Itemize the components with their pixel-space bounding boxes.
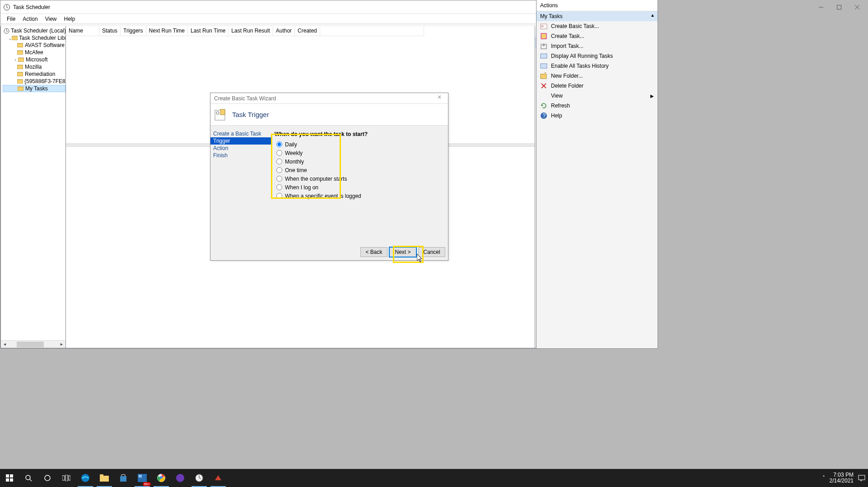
action-create-task[interactable]: Create Task... <box>537 31 658 41</box>
twist-icon[interactable]: › <box>13 57 18 62</box>
tree-item-avast[interactable]: AVAST Software <box>3 42 65 49</box>
action-view[interactable]: View▶ <box>537 91 658 101</box>
horizontal-scrollbar[interactable]: ◄ ► <box>1 340 65 348</box>
radio-one-time[interactable]: One time <box>275 166 448 174</box>
tray-expand-icon[interactable]: ˄ <box>822 475 825 481</box>
tree-item-remediation[interactable]: Remediation <box>3 70 65 78</box>
action-delete-folder[interactable]: Delete Folder <box>537 81 658 91</box>
action-label: Help <box>551 112 562 119</box>
menu-view[interactable]: View <box>42 15 61 23</box>
action-display-all-running-tasks[interactable]: Display All Running Tasks <box>537 51 658 61</box>
scroll-left-icon[interactable]: ◄ <box>1 342 9 347</box>
taskview-button[interactable] <box>57 469 76 487</box>
radio-label: Weekly <box>285 150 303 156</box>
minimize-button[interactable] <box>812 1 830 14</box>
action-enable-all-tasks-history[interactable]: Enable All Tasks History <box>537 61 658 71</box>
search-button[interactable] <box>19 469 38 487</box>
twist-icon[interactable]: ⌄ <box>8 36 12 41</box>
col-status[interactable]: Status <box>99 26 121 36</box>
col-triggers[interactable]: Triggers <box>121 26 146 36</box>
tree-item-mcafee[interactable]: McAfee <box>3 49 65 56</box>
menu-help[interactable]: Help <box>61 15 79 23</box>
folder-del-icon <box>540 82 547 89</box>
start-button[interactable] <box>0 469 19 487</box>
col-author[interactable]: Author <box>273 26 295 36</box>
tree-label: Task Scheduler Library <box>19 35 66 41</box>
taskbar-explorer[interactable] <box>95 469 114 487</box>
scroll-right-icon[interactable]: ► <box>58 342 65 347</box>
maximize-button[interactable] <box>830 1 848 14</box>
taskbar-chrome[interactable] <box>152 469 171 487</box>
radio-input[interactable] <box>276 167 282 173</box>
next-button[interactable]: Next > <box>389 247 416 257</box>
wizard-step-action[interactable]: Action <box>210 145 271 152</box>
radio-input[interactable] <box>276 159 282 164</box>
radio-input[interactable] <box>276 193 282 199</box>
wizard-close-button[interactable]: ✕ <box>433 94 446 103</box>
col-last-run[interactable]: Last Run Time <box>188 26 229 36</box>
svg-rect-42 <box>541 54 547 58</box>
cancel-button[interactable]: Cancel <box>418 247 445 257</box>
window-title: Task Scheduler <box>13 4 602 10</box>
action-create-basic-task[interactable]: Create Basic Task... <box>537 21 658 31</box>
tree-root[interactable]: Task Scheduler (Local) <box>3 27 65 34</box>
action-import-task[interactable]: Import Task... <box>537 41 658 51</box>
radio-label: When a specific event is logged <box>285 193 361 199</box>
wizard-step-trigger[interactable]: Trigger <box>210 137 271 145</box>
radio-when-i-log-on[interactable]: When I log on <box>275 183 448 192</box>
action-refresh[interactable]: Refresh <box>537 101 658 111</box>
back-button[interactable]: < Back <box>360 247 387 257</box>
tree-label: Microsoft <box>26 56 48 63</box>
col-name[interactable]: Name <box>66 26 99 36</box>
collapse-icon[interactable]: ▲ <box>650 13 655 18</box>
taskbar-app-2[interactable] <box>171 469 190 487</box>
radio-monthly[interactable]: Monthly <box>275 157 448 166</box>
taskbar-scheduler[interactable] <box>190 469 209 487</box>
radio-input[interactable] <box>276 141 282 147</box>
tree-pane: Task Scheduler (Local) ⌄ Task Scheduler … <box>0 26 66 348</box>
svg-text:?: ? <box>543 112 546 119</box>
taskbar-app-3[interactable] <box>209 469 228 487</box>
col-last-result[interactable]: Last Run Result <box>229 26 273 36</box>
tree-library[interactable]: ⌄ Task Scheduler Library <box>3 34 65 42</box>
radio-input[interactable] <box>276 176 282 182</box>
taskbar-edge[interactable] <box>76 469 95 487</box>
tree-item-guid[interactable]: {595886F3-7FE8-966B- <box>3 78 65 85</box>
radio-input[interactable] <box>276 184 282 190</box>
tree-item-microsoft[interactable]: ›Microsoft <box>3 56 65 63</box>
svg-rect-61 <box>62 476 65 480</box>
radio-when-the-computer-starts[interactable]: When the computer starts <box>275 174 448 183</box>
radio-weekly[interactable]: Weekly <box>275 149 448 157</box>
wizard-heading: Task Trigger <box>232 111 269 118</box>
svg-rect-21 <box>17 80 23 84</box>
col-created[interactable]: Created <box>295 26 320 36</box>
radio-daily[interactable]: Daily <box>275 140 448 149</box>
cortana-button[interactable] <box>38 469 57 487</box>
action-help[interactable]: ?Help <box>537 111 658 121</box>
wizard-step-finish[interactable]: Finish <box>210 152 271 159</box>
scroll-thumb[interactable] <box>17 342 44 347</box>
actions-group[interactable]: My Tasks▲ <box>537 11 658 21</box>
close-button[interactable] <box>848 1 866 14</box>
taskbar-clock[interactable]: 7:03 PM 2/14/2021 <box>830 472 854 484</box>
radio-when-a-specific-event-is-logged[interactable]: When a specific event is logged <box>275 192 448 200</box>
radio-input[interactable] <box>276 150 282 156</box>
taskbar[interactable]: 99+ ˄ 7:03 PM 2/14/2021 <box>0 469 868 487</box>
svg-rect-20 <box>17 72 23 76</box>
wizard-header: Task Trigger <box>210 104 448 126</box>
system-tray[interactable]: ˄ 7:03 PM 2/14/2021 <box>822 469 865 487</box>
tree-item-mytasks[interactable]: My Tasks <box>3 85 65 92</box>
taskbar-app-1[interactable]: 99+ <box>133 469 152 487</box>
tree-item-mozilla[interactable]: Mozilla <box>3 63 65 70</box>
clock-icon <box>4 28 9 33</box>
action-new-folder[interactable]: *New Folder... <box>537 71 658 81</box>
wizard-step-basic[interactable]: Create a Basic Task <box>210 130 271 137</box>
taskbar-store[interactable] <box>114 469 133 487</box>
notifications-icon[interactable] <box>858 474 865 482</box>
wizard-titlebar[interactable]: Create Basic Task Wizard ✕ <box>210 93 448 104</box>
svg-point-60 <box>45 475 50 481</box>
refresh-icon <box>540 102 547 109</box>
col-next-run[interactable]: Next Run Time <box>146 26 188 36</box>
menu-action[interactable]: Action <box>19 15 41 23</box>
menu-file[interactable]: File <box>3 15 19 23</box>
